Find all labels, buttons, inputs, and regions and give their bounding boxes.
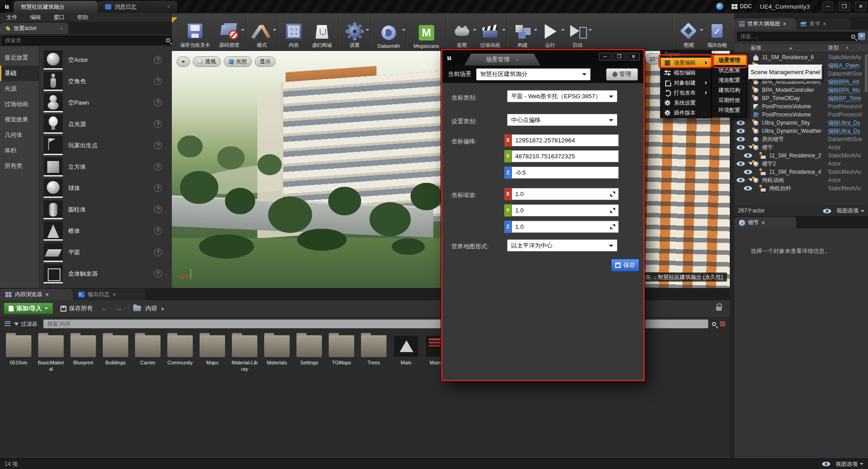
toolbar-button[interactable]	[277, 18, 278, 47]
minimize-button[interactable]: ─	[823, 2, 833, 11]
place-actors-tab[interactable]: 放置actor ×	[0, 23, 68, 34]
menu-item[interactable]: 窗口	[47, 14, 71, 21]
place-category[interactable]: 体积	[0, 143, 39, 158]
place-category[interactable]: 所有类	[0, 158, 39, 174]
save-all-button[interactable]: 保存所有	[58, 304, 95, 313]
content-asset[interactable]: Blueprint	[69, 335, 97, 366]
outliner-row[interactable]: 闸机抬杆 StaticMeshAc	[734, 184, 868, 192]
save-button[interactable]: 保存	[611, 259, 639, 272]
outliner-row[interactable]: 房间细节 DatasmithSce	[734, 135, 868, 143]
close-icon[interactable]: ×	[167, 4, 170, 10]
actor-type[interactable]: PostProcessV	[828, 111, 868, 118]
details-tab[interactable]: i 细节 ×	[734, 217, 796, 228]
coord-type-dropdown[interactable]: 平面 - Web墨卡托（EPSG:3857）	[507, 90, 617, 102]
lock-icon[interactable]	[716, 307, 722, 311]
context-menu-item[interactable]: 打包发布	[661, 88, 711, 98]
actor-type[interactable]: PostProcessV	[828, 103, 868, 110]
help-icon[interactable]: ?	[154, 270, 162, 277]
visibility-eye-icon[interactable]	[737, 129, 745, 133]
submenu-item[interactable]: 漫游配置	[712, 75, 747, 85]
toolbar-button[interactable]: 构建	[509, 15, 537, 50]
column-label-header[interactable]: 标签 ▲	[734, 44, 828, 52]
scrollbar[interactable]	[865, 54, 868, 92]
column-type-header[interactable]: 类型 ▼	[828, 44, 868, 52]
outliner-row[interactable]: 楼宇2 Actor	[734, 160, 868, 168]
help-icon[interactable]: ?	[154, 56, 162, 64]
output-log-tab[interactable]: >_ 输出日志 ×	[73, 289, 146, 300]
close-icon[interactable]: ×	[60, 26, 63, 31]
content-asset[interactable]: Materials	[263, 335, 291, 366]
outliner-search-input[interactable]	[737, 32, 860, 41]
place-item[interactable]: 平面 ?	[39, 242, 172, 263]
outliner-row[interactable]: 闸机动画 Actor	[734, 176, 868, 184]
actor-type[interactable]: 编辑BPA_Art	[828, 78, 868, 86]
visibility-eye-icon[interactable]	[737, 121, 745, 125]
visibility-eye-icon[interactable]	[744, 186, 752, 191]
minimize-button[interactable]: ─	[599, 53, 612, 61]
actor-type[interactable]: 编辑BPA_Mo	[828, 86, 868, 94]
toolbar-button[interactable]: 项目自检	[702, 15, 732, 50]
menu-item[interactable]: 文件	[0, 14, 24, 21]
visibility-eye-icon[interactable]	[737, 137, 745, 141]
close-icon[interactable]: ×	[762, 220, 765, 226]
content-asset[interactable]: 0510xin	[5, 335, 33, 366]
maximize-button[interactable]: ❒	[839, 2, 850, 11]
content-asset[interactable]: TGMaps	[327, 335, 356, 366]
actor-type[interactable]: Actor	[828, 144, 868, 151]
actor-type[interactable]: 编辑A_Pawn	[828, 62, 868, 70]
maximize-button[interactable]: ❒	[613, 53, 626, 61]
forward-arrow-button[interactable]: →	[114, 304, 124, 313]
context-menu-item[interactable]: 系统设置	[661, 98, 711, 108]
outliner-row[interactable]: 楼宇 Actor	[734, 143, 868, 151]
expander-icon[interactable]	[748, 162, 752, 166]
ddc-button[interactable]: DDC	[728, 2, 755, 11]
levels-tab[interactable]: 关卡 ×	[796, 18, 851, 30]
scale-x-input[interactable]: 1.0	[512, 188, 619, 200]
toolbar-button[interactable]	[507, 18, 507, 47]
menu-item[interactable]: 编辑	[24, 14, 47, 21]
close-button[interactable]: ✕	[855, 2, 866, 11]
content-asset[interactable]: Main	[392, 335, 420, 366]
content-asset[interactable]: Buildings	[101, 335, 130, 366]
context-menu-item[interactable]: 场景编辑	[661, 58, 711, 68]
content-browser-tab[interactable]: 内容浏览器 ×	[0, 289, 73, 300]
content-asset[interactable]: Settings	[295, 335, 323, 366]
place-category[interactable]: 过场动画	[0, 96, 39, 112]
viewport-options-button[interactable]	[176, 56, 190, 67]
toolbar-button[interactable]	[406, 18, 407, 47]
toolbar-button[interactable]	[370, 18, 371, 47]
toolbar-button[interactable]: 启动	[564, 15, 591, 50]
help-icon[interactable]: ?	[154, 99, 162, 106]
offset-x-input[interactable]: 12951872.257812964	[512, 134, 619, 146]
place-category[interactable]: 最近放置	[0, 50, 39, 66]
place-item[interactable]: 圆柱体 ?	[39, 199, 172, 220]
place-category[interactable]: 视觉效果	[0, 112, 39, 127]
sources-panel-icon[interactable]	[5, 321, 10, 327]
context-menu-item[interactable]: 对象创建	[661, 78, 711, 88]
toolbar-button[interactable]: Datasmith	[373, 15, 405, 50]
place-category[interactable]: 几何体	[0, 127, 39, 143]
outliner-row[interactable]: Ultra_Dynamic_Weather 编辑Ultra_Dy	[734, 127, 868, 135]
help-icon[interactable]: ?	[154, 120, 162, 128]
content-asset[interactable]: Community	[166, 335, 194, 366]
visibility-eye-icon[interactable]	[737, 161, 745, 166]
expander-icon[interactable]	[748, 178, 752, 182]
close-icon[interactable]: ×	[45, 292, 49, 298]
context-menu-item[interactable]: 插件版本	[661, 108, 711, 118]
breadcrumb-arrow-icon[interactable]: ▸	[162, 306, 165, 312]
visibility-eye-icon[interactable]	[737, 178, 745, 182]
content-asset[interactable]: Carrier	[134, 335, 162, 366]
place-search-input[interactable]	[2, 36, 175, 45]
world-outliner-tab[interactable]: 世界大纲视图 ×	[734, 18, 796, 30]
help-icon[interactable]: ?	[154, 206, 162, 213]
toolbar-button[interactable]: 运行	[537, 15, 564, 50]
toolbar-button[interactable]: 源码管理	[215, 15, 244, 50]
actor-type[interactable]: StaticMeshAc	[828, 169, 868, 175]
actor-type[interactable]: DatasmithSce	[828, 136, 868, 142]
submenu-item[interactable]: 后期特效	[712, 95, 747, 105]
place-category[interactable]: 基础	[0, 66, 39, 81]
place-item[interactable]: 椎体 ?	[39, 220, 172, 242]
actor-type[interactable]: 编辑BP_Time	[828, 95, 868, 102]
actor-type[interactable]: Actor	[828, 161, 868, 167]
scale-z-input[interactable]: 1.0	[512, 221, 619, 233]
